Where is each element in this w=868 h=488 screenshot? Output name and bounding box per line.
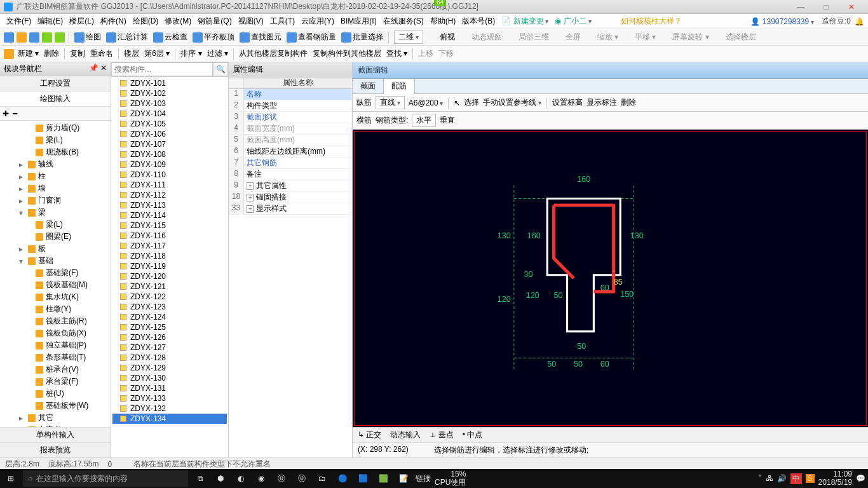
folder-icon[interactable] xyxy=(4,49,14,59)
toolbar-button[interactable]: 俯视 xyxy=(427,32,456,43)
component-item[interactable]: ZDYX-123 xyxy=(112,302,227,312)
toolbar-button[interactable]: 复制 xyxy=(69,48,86,59)
component-item[interactable]: ZDYX-114 xyxy=(112,210,227,220)
toolbar-button[interactable]: 排序 ▾ xyxy=(179,48,203,59)
horiz-btn[interactable]: 水平 xyxy=(412,114,436,127)
component-item[interactable]: ZDYX-106 xyxy=(112,129,227,139)
set-annotation-btn[interactable]: 设置标高 xyxy=(552,97,583,108)
search-button[interactable]: 🔍 xyxy=(213,62,228,76)
tree-item[interactable]: ▸其它 xyxy=(1,412,109,424)
property-row[interactable]: 33+显示样式 xyxy=(229,203,352,215)
toolbar-button[interactable]: 批量选择 xyxy=(340,32,384,43)
dynamic-input-toggle[interactable]: 动态输入 xyxy=(390,430,421,440)
component-item[interactable]: ZDYX-119 xyxy=(112,261,227,271)
component-item[interactable]: ZDYX-107 xyxy=(112,139,227,149)
tree-item[interactable]: ▸门窗洞 xyxy=(1,194,109,207)
component-item[interactable]: ZDYX-104 xyxy=(112,109,227,119)
select-btn[interactable]: 选择 xyxy=(464,97,479,108)
tree-item[interactable]: ▾基础 xyxy=(1,255,109,267)
search-input[interactable] xyxy=(111,62,213,76)
tray-up-icon[interactable]: ˄ xyxy=(758,474,762,483)
component-item[interactable]: ZDYX-101 xyxy=(112,78,227,88)
close-button[interactable]: ✕ xyxy=(839,3,864,11)
tree-item[interactable]: 筏板主筋(R) xyxy=(1,315,109,327)
menu-extra[interactable]: ◉ 广小二 xyxy=(552,15,593,28)
bell-icon[interactable]: 🔔 xyxy=(855,17,864,26)
toolbar-button[interactable]: 全屏 xyxy=(553,32,582,43)
taskbar-search[interactable]: ○ 在这里输入你要搜索的内容 xyxy=(23,470,188,487)
tree-item[interactable]: ▸轴线 xyxy=(1,158,109,170)
toolbar-button[interactable]: 查找图元 xyxy=(238,32,283,43)
property-row[interactable]: 3截面形状 xyxy=(229,112,352,123)
toolbar-button[interactable]: 重命名 xyxy=(89,48,114,59)
system-tray[interactable]: ˄ 🖧 🔊 中 S 11:092018/5/19 💬 xyxy=(758,470,865,487)
tray-ime-icon[interactable]: 中 xyxy=(790,473,802,484)
tab-rebar[interactable]: 配筋 xyxy=(384,79,415,94)
app-icon-1[interactable]: ⬢ xyxy=(212,470,229,487)
nav-section-settings[interactable]: 工程设置 xyxy=(0,76,111,92)
minimize-button[interactable]: — xyxy=(788,3,813,11)
component-item[interactable]: ZDYX-109 xyxy=(112,159,227,170)
tree-item[interactable]: 集水坑(K) xyxy=(1,291,109,303)
ortho-toggle[interactable]: ↳ 正交 xyxy=(358,430,381,440)
nav-bottom-report[interactable]: 报表预览 xyxy=(0,442,111,458)
property-row[interactable]: 9+其它属性 xyxy=(229,180,352,192)
property-row[interactable]: 8备注 xyxy=(229,169,352,180)
property-row[interactable]: 4截面宽度(mm) xyxy=(229,123,352,135)
taskbar-link[interactable]: 链接 xyxy=(416,473,431,484)
menu-item[interactable]: 编辑(E) xyxy=(35,15,65,28)
tree-item[interactable]: 梁(L) xyxy=(1,134,109,146)
menu-item[interactable]: 视图(V) xyxy=(236,15,266,28)
component-item[interactable]: ZDYX-132 xyxy=(112,403,227,414)
toolbar-button[interactable]: 平齐板顶 xyxy=(191,32,236,43)
midpoint-snap-toggle[interactable]: • 中点 xyxy=(463,430,483,440)
app-icon-3[interactable]: ◉ xyxy=(253,470,269,487)
open-file-icon[interactable] xyxy=(17,32,27,43)
toolbar-button[interactable]: 删除 xyxy=(43,48,60,59)
component-item[interactable]: ZDYX-115 xyxy=(112,220,227,231)
component-item[interactable]: ZDYX-133 xyxy=(112,393,227,403)
tree-item[interactable]: 条形基础(T) xyxy=(1,351,109,363)
toolbar-button[interactable]: 选择楼层 xyxy=(713,32,757,43)
rebar-spec-dropdown[interactable]: A6@200 xyxy=(409,98,444,107)
component-item[interactable]: ZDYX-105 xyxy=(112,119,227,129)
component-item[interactable]: ZDYX-131 xyxy=(112,383,227,393)
menu-item[interactable]: 文件(F) xyxy=(4,15,34,28)
manual-ref-btn[interactable]: 手动设置参考线 xyxy=(483,97,541,108)
notification-icon[interactable]: 💬 xyxy=(856,474,865,483)
component-item[interactable]: ZDYX-124 xyxy=(112,312,227,322)
tray-net-icon[interactable]: 🖧 xyxy=(766,474,773,483)
component-item[interactable]: ZDYX-125 xyxy=(112,322,227,332)
property-row[interactable]: 5截面高度(mm) xyxy=(229,135,352,146)
nav-tree[interactable]: 剪力墙(Q)梁(L)现浇板(B)▸轴线▸柱▸墙▸门窗洞▾梁梁(L)圈梁(E)▸板… xyxy=(0,121,111,427)
undo-icon[interactable] xyxy=(42,32,52,43)
menu-item[interactable]: 楼层(L) xyxy=(67,15,97,28)
component-item[interactable]: ZDYX-108 xyxy=(112,149,227,159)
toolbar-button[interactable]: 复制构件到其他楼层 xyxy=(311,48,383,59)
cursor-icon[interactable]: ↖ xyxy=(454,98,460,107)
menu-item[interactable]: 工具(T) xyxy=(268,15,297,28)
taskbar-clock[interactable]: 11:092018/5/19 xyxy=(818,470,852,487)
app-icon-6[interactable]: 🟩 xyxy=(375,470,391,487)
component-item[interactable]: ZDYX-111 xyxy=(112,180,227,190)
nav-section-draw[interactable]: 绘图输入 xyxy=(0,92,111,107)
toolbar-button[interactable]: 绘图 xyxy=(73,32,102,43)
toolbar-button[interactable]: 下移 xyxy=(437,48,455,59)
component-item[interactable]: ZDYX-113 xyxy=(112,200,227,210)
show-annotation-btn[interactable]: 显示标注 xyxy=(587,97,617,108)
tray-sogou-icon[interactable]: S xyxy=(806,474,815,483)
menu-item[interactable]: 版本号(B) xyxy=(459,15,498,28)
component-item[interactable]: ZDYX-103 xyxy=(112,98,227,109)
toolbar-button[interactable]: 第6层 ▾ xyxy=(143,48,171,59)
vert-btn[interactable]: 垂直 xyxy=(440,115,455,126)
app-icon-7[interactable]: 📝 xyxy=(395,470,412,487)
component-item[interactable]: ZDYX-116 xyxy=(112,231,227,241)
component-item[interactable]: ZDYX-121 xyxy=(112,281,227,292)
menu-item[interactable]: 修改(M) xyxy=(162,15,194,28)
property-row[interactable]: 2构件类型 xyxy=(229,100,352,112)
toolbar-button[interactable]: 平移 ▾ xyxy=(622,32,657,43)
new-file-icon[interactable] xyxy=(4,32,14,43)
pin-icon[interactable]: 📌 ✕ xyxy=(89,64,107,74)
tree-item[interactable]: ▸墙 xyxy=(1,182,109,194)
tree-item[interactable]: 桩承台(V) xyxy=(1,363,109,376)
